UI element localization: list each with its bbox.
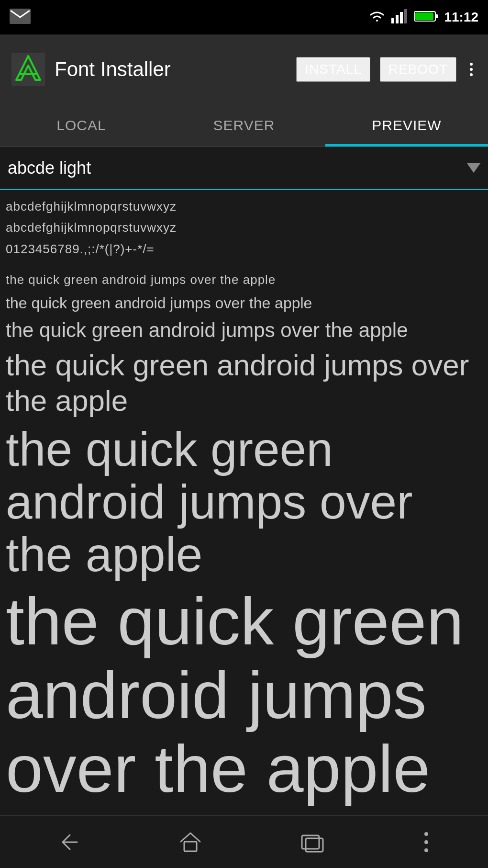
time-display: 11:12 bbox=[444, 10, 478, 25]
signal-icon bbox=[391, 9, 409, 25]
search-area bbox=[0, 147, 488, 190]
wifi-icon bbox=[368, 9, 386, 25]
tabs-bar: Local Server Preview bbox=[0, 104, 488, 147]
app-logo bbox=[11, 53, 45, 86]
alphabet-lowercase-2: abcdefghijklmnopqrstuvwxyz bbox=[6, 219, 482, 236]
dot3 bbox=[470, 73, 473, 76]
preview-text-input[interactable] bbox=[8, 158, 467, 178]
more-menu-button[interactable] bbox=[466, 59, 477, 80]
svg-rect-11 bbox=[184, 842, 197, 851]
preview-content: abcdefghijklmnopqrstuvwxyz abcdefghijklm… bbox=[0, 190, 488, 817]
preview-text-xl: the quick green android jumps over the a… bbox=[6, 423, 482, 581]
tab-server[interactable]: Server bbox=[163, 104, 325, 147]
svg-rect-2 bbox=[396, 15, 399, 23]
reboot-button[interactable]: REBOOT bbox=[380, 57, 456, 82]
svg-point-16 bbox=[424, 848, 428, 852]
svg-rect-3 bbox=[400, 12, 403, 23]
svg-rect-4 bbox=[404, 9, 407, 23]
home-button[interactable] bbox=[164, 826, 217, 858]
svg-rect-6 bbox=[435, 14, 438, 18]
app-bar: Font Installer INSTALL REBOOT bbox=[0, 34, 488, 104]
bottom-nav bbox=[0, 815, 488, 868]
svg-rect-13 bbox=[306, 838, 323, 852]
svg-rect-1 bbox=[391, 18, 394, 23]
preview-text-lg: the quick green android jumps over the a… bbox=[6, 348, 482, 419]
preview-text-sm: the quick green android jumps over the a… bbox=[6, 293, 482, 314]
preview-text-xs: the quick green android jumps over the a… bbox=[6, 271, 482, 288]
back-button[interactable] bbox=[44, 828, 96, 857]
more-options-button[interactable] bbox=[408, 825, 444, 859]
svg-point-15 bbox=[424, 840, 428, 844]
svg-rect-7 bbox=[415, 12, 433, 20]
dot2 bbox=[470, 68, 473, 71]
numbers-symbols: 0123456789.,;:/*(|?)+-*/= bbox=[6, 240, 482, 258]
status-bar-left bbox=[10, 0, 31, 34]
preview-text-md: the quick green android jumps over the a… bbox=[6, 317, 482, 344]
dropdown-arrow-icon[interactable] bbox=[467, 163, 480, 173]
dot1 bbox=[470, 63, 473, 66]
install-button[interactable]: INSTALL bbox=[296, 57, 370, 82]
gmail-icon bbox=[10, 9, 31, 26]
tab-preview[interactable]: Preview bbox=[325, 104, 488, 147]
svg-rect-0 bbox=[10, 9, 31, 24]
preview-text-xxl: the quick green android jumps over the a… bbox=[6, 585, 482, 806]
tab-local[interactable]: Local bbox=[0, 104, 163, 147]
svg-point-14 bbox=[424, 832, 428, 836]
alphabet-lowercase-1: abcdefghijklmnopqrstuvwxyz bbox=[6, 198, 482, 215]
svg-rect-12 bbox=[302, 835, 319, 849]
recents-button[interactable] bbox=[285, 827, 340, 857]
status-bar-right: 11:12 bbox=[368, 9, 478, 25]
status-bar: 11:12 bbox=[0, 0, 488, 34]
svg-marker-8 bbox=[16, 56, 40, 80]
battery-icon bbox=[414, 10, 438, 24]
app-title: Font Installer bbox=[55, 58, 287, 81]
